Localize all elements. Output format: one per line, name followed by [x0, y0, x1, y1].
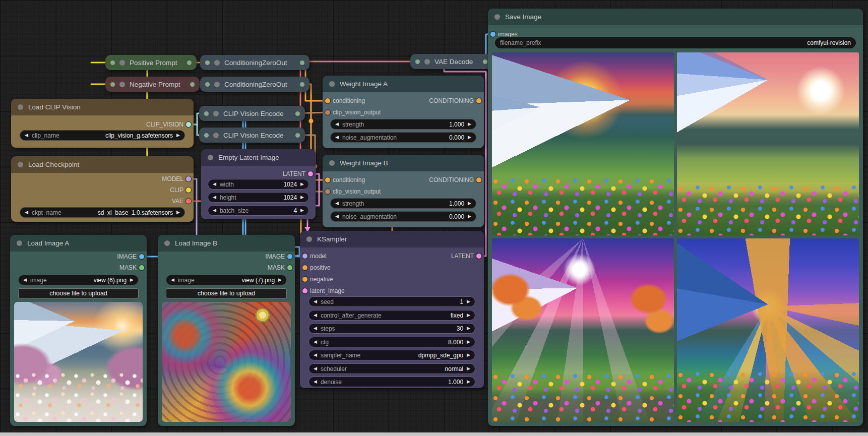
prev-arrow-icon[interactable]: ◀	[25, 210, 28, 215]
image-preview-view7[interactable]	[162, 302, 291, 422]
output-dot-latent[interactable]	[476, 254, 481, 259]
prev-arrow-icon[interactable]: ◀	[314, 366, 317, 371]
collapsed-left-dot[interactable]	[205, 60, 210, 65]
input-dot-clip-vision-output[interactable]	[325, 189, 330, 194]
collapse-circle-icon[interactable]	[208, 155, 213, 160]
widget-noise-augmentation[interactable]: ◀ noise_augmentation 0.000 ▶	[330, 211, 476, 222]
collapse-circle-icon[interactable]	[119, 60, 125, 66]
widget-ckpt-name[interactable]: ◀ ckpt_name sd_xl_base_1.0.safetensors ▶	[20, 207, 185, 218]
prev-arrow-icon[interactable]: ◀	[314, 353, 317, 357]
widget-image-file[interactable]: ◀ image view (6).png ▶	[18, 275, 139, 285]
input-dot-clip-vision-output[interactable]	[325, 110, 330, 115]
prev-arrow-icon[interactable]: ◀	[213, 182, 216, 186]
node-header[interactable]: Save Image	[488, 9, 863, 25]
collapse-circle-icon[interactable]	[424, 59, 430, 65]
output-dot-conditioning[interactable]	[476, 98, 481, 103]
image-preview-view6[interactable]	[14, 302, 143, 422]
next-arrow-icon[interactable]: ▶	[467, 380, 470, 384]
prev-arrow-icon[interactable]: ◀	[314, 299, 317, 304]
choose-file-button[interactable]: choose file to upload	[166, 288, 287, 298]
collapsed-left-dot[interactable]	[415, 59, 420, 64]
choose-file-button[interactable]: choose file to upload	[18, 288, 139, 298]
collapse-circle-icon[interactable]	[213, 133, 219, 138]
widget-clip-name[interactable]: ◀ clip_name clip_vision_g.safetensors ▶	[20, 130, 185, 141]
collapse-circle-icon[interactable]	[17, 240, 22, 246]
node-conditioning-zero-out-1[interactable]: ConditioningZeroOut	[200, 55, 309, 70]
node-header[interactable]: Load Image B	[158, 235, 295, 252]
collapsed-right-dot[interactable]	[300, 60, 304, 65]
widget-sampler-name[interactable]: ◀ sampler_name dpmpp_sde_gpu ▶	[308, 350, 475, 360]
generated-image-2[interactable]	[677, 52, 859, 235]
widget-control-after-generate[interactable]: ◀ control_after_generate fixed ▶	[308, 310, 475, 321]
collapsed-right-dot[interactable]	[190, 82, 195, 87]
node-save-image[interactable]: Save Image images filename_prefix comfyu…	[488, 9, 863, 426]
collapse-circle-icon[interactable]	[119, 82, 125, 87]
node-load-checkpoint[interactable]: Load Checkpoint MODEL CLIP VAE ◀ ckpt_na…	[11, 156, 194, 222]
next-arrow-icon[interactable]: ▶	[278, 278, 282, 282]
next-arrow-icon[interactable]: ▶	[467, 340, 470, 344]
node-header[interactable]: Weight Image B	[323, 155, 484, 171]
widget-strength[interactable]: ◀ strength 1.000 ▶	[330, 119, 476, 130]
prev-arrow-icon[interactable]: ◀	[335, 201, 339, 206]
node-header[interactable]: Weight Image A	[323, 76, 484, 92]
input-dot-conditioning[interactable]	[325, 98, 330, 103]
collapsed-left-dot[interactable]	[110, 60, 115, 65]
collapsed-right-dot[interactable]	[300, 82, 304, 87]
widget-cfg[interactable]: ◀ cfg 8.000 ▶	[308, 337, 475, 347]
widget-noise-augmentation[interactable]: ◀ noise_augmentation 0.000 ▶	[330, 132, 476, 143]
node-clip-vision-encode-1[interactable]: CLIP Vision Encode	[199, 106, 305, 121]
output-dot-vae[interactable]	[186, 199, 191, 204]
next-arrow-icon[interactable]: ▶	[467, 313, 470, 318]
collapsed-left-dot[interactable]	[204, 111, 209, 116]
widget-strength[interactable]: ◀ strength 1.000 ▶	[330, 198, 476, 209]
output-dot-mask[interactable]	[287, 265, 292, 270]
widget-steps[interactable]: ◀ steps 30 ▶	[308, 323, 475, 334]
node-weight-image-b[interactable]: Weight Image B conditioning clip_vision_…	[323, 155, 484, 227]
output-dot-model[interactable]	[186, 176, 191, 181]
next-arrow-icon[interactable]: ▶	[467, 326, 470, 331]
collapsed-right-dot[interactable]	[295, 111, 300, 116]
next-arrow-icon[interactable]: ▶	[300, 195, 304, 200]
collapse-circle-icon[interactable]	[164, 240, 170, 246]
collapsed-left-dot[interactable]	[205, 82, 210, 87]
input-dot-conditioning[interactable]	[325, 177, 330, 182]
generated-image-1[interactable]	[492, 52, 674, 235]
output-dot-clip-vision[interactable]	[186, 122, 191, 127]
next-arrow-icon[interactable]: ▶	[467, 353, 470, 357]
node-header[interactable]: Load Checkpoint	[11, 156, 194, 173]
input-dot-latent-image[interactable]	[302, 288, 307, 293]
output-dot-conditioning[interactable]	[476, 177, 481, 182]
node-header[interactable]: Load CLIP Vision	[11, 99, 194, 115]
next-arrow-icon[interactable]: ▶	[300, 182, 304, 186]
node-positive-prompt[interactable]: Positive Prompt	[105, 55, 197, 70]
prev-arrow-icon[interactable]: ◀	[314, 326, 317, 331]
widget-image-file[interactable]: ◀ image view (7).png ▶	[166, 275, 287, 285]
output-dot-clip[interactable]	[186, 188, 191, 193]
collapse-circle-icon[interactable]	[306, 236, 312, 242]
generated-image-4[interactable]	[677, 238, 859, 422]
node-graph-canvas[interactable]: Positive Prompt ConditioningZeroOut Nega…	[0, 0, 868, 436]
generated-image-3[interactable]	[492, 238, 674, 422]
node-header[interactable]: Empty Latent Image	[201, 149, 316, 166]
node-clip-vision-encode-2[interactable]: CLIP Vision Encode	[199, 128, 305, 143]
prev-arrow-icon[interactable]: ◀	[23, 278, 27, 282]
next-arrow-icon[interactable]: ▶	[176, 133, 180, 138]
widget-scheduler[interactable]: ◀ scheduler normal ▶	[308, 363, 475, 374]
collapsed-right-dot[interactable]	[483, 59, 487, 64]
collapsed-right-dot[interactable]	[187, 60, 192, 65]
prev-arrow-icon[interactable]: ◀	[314, 340, 317, 344]
collapse-circle-icon[interactable]	[214, 60, 220, 66]
widget-height[interactable]: ◀ height 1024 ▶	[208, 192, 309, 203]
node-header[interactable]: Load Image A	[10, 235, 147, 252]
node-weight-image-a[interactable]: Weight Image A conditioning clip_vision_…	[323, 76, 484, 148]
node-ksampler[interactable]: KSampler model positive negative latent_…	[300, 231, 484, 388]
node-conditioning-zero-out-2[interactable]: ConditioningZeroOut	[200, 77, 309, 92]
widget-batch-size[interactable]: ◀ batch_size 4 ▶	[208, 205, 309, 216]
node-load-image-a[interactable]: Load Image A IMAGE MASK ◀ image view (6)…	[10, 235, 147, 426]
next-arrow-icon[interactable]: ▶	[300, 208, 304, 213]
collapsed-left-dot[interactable]	[204, 133, 209, 138]
input-dot-positive[interactable]	[302, 265, 307, 270]
output-dot-latent[interactable]	[308, 171, 313, 176]
widget-denoise[interactable]: ◀ denoise 1.000 ▶	[308, 377, 475, 387]
collapse-circle-icon[interactable]	[214, 82, 220, 87]
